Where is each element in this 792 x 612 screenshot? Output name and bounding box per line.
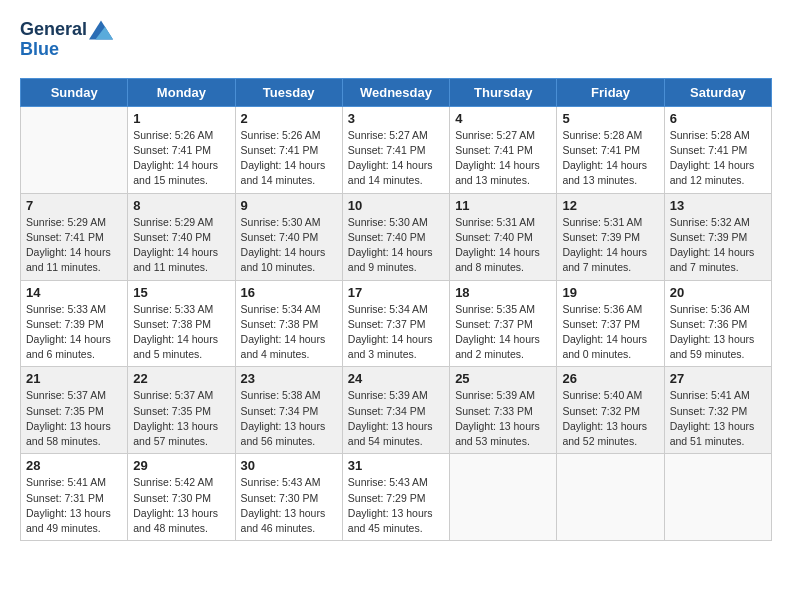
weekday-monday: Monday [128,78,235,106]
logo-icon [89,20,113,40]
day-info: Sunrise: 5:39 AM Sunset: 7:34 PM Dayligh… [348,388,444,449]
day-info: Sunrise: 5:36 AM Sunset: 7:36 PM Dayligh… [670,302,766,363]
day-number: 22 [133,371,229,386]
calendar-cell: 23Sunrise: 5:38 AM Sunset: 7:34 PM Dayli… [235,367,342,454]
calendar-cell: 8Sunrise: 5:29 AM Sunset: 7:40 PM Daylig… [128,193,235,280]
day-info: Sunrise: 5:28 AM Sunset: 7:41 PM Dayligh… [562,128,658,189]
weekday-sunday: Sunday [21,78,128,106]
day-number: 31 [348,458,444,473]
day-number: 19 [562,285,658,300]
calendar-cell: 28Sunrise: 5:41 AM Sunset: 7:31 PM Dayli… [21,454,128,541]
weekday-saturday: Saturday [664,78,771,106]
day-number: 9 [241,198,337,213]
logo: General Blue [20,20,113,60]
calendar-cell: 7Sunrise: 5:29 AM Sunset: 7:41 PM Daylig… [21,193,128,280]
calendar-table: SundayMondayTuesdayWednesdayThursdayFrid… [20,78,772,541]
day-info: Sunrise: 5:43 AM Sunset: 7:29 PM Dayligh… [348,475,444,536]
day-number: 24 [348,371,444,386]
day-number: 3 [348,111,444,126]
day-number: 18 [455,285,551,300]
calendar-cell: 15Sunrise: 5:33 AM Sunset: 7:38 PM Dayli… [128,280,235,367]
calendar-cell: 2Sunrise: 5:26 AM Sunset: 7:41 PM Daylig… [235,106,342,193]
calendar-cell: 30Sunrise: 5:43 AM Sunset: 7:30 PM Dayli… [235,454,342,541]
day-number: 17 [348,285,444,300]
day-info: Sunrise: 5:34 AM Sunset: 7:38 PM Dayligh… [241,302,337,363]
calendar-cell: 6Sunrise: 5:28 AM Sunset: 7:41 PM Daylig… [664,106,771,193]
day-info: Sunrise: 5:32 AM Sunset: 7:39 PM Dayligh… [670,215,766,276]
weekday-wednesday: Wednesday [342,78,449,106]
calendar-cell: 27Sunrise: 5:41 AM Sunset: 7:32 PM Dayli… [664,367,771,454]
day-info: Sunrise: 5:43 AM Sunset: 7:30 PM Dayligh… [241,475,337,536]
calendar-cell: 5Sunrise: 5:28 AM Sunset: 7:41 PM Daylig… [557,106,664,193]
calendar-cell: 22Sunrise: 5:37 AM Sunset: 7:35 PM Dayli… [128,367,235,454]
day-number: 15 [133,285,229,300]
week-row-3: 14Sunrise: 5:33 AM Sunset: 7:39 PM Dayli… [21,280,772,367]
calendar-cell [664,454,771,541]
calendar-cell: 31Sunrise: 5:43 AM Sunset: 7:29 PM Dayli… [342,454,449,541]
calendar-cell: 18Sunrise: 5:35 AM Sunset: 7:37 PM Dayli… [450,280,557,367]
day-number: 28 [26,458,122,473]
day-number: 7 [26,198,122,213]
day-info: Sunrise: 5:28 AM Sunset: 7:41 PM Dayligh… [670,128,766,189]
day-info: Sunrise: 5:26 AM Sunset: 7:41 PM Dayligh… [241,128,337,189]
calendar-cell: 12Sunrise: 5:31 AM Sunset: 7:39 PM Dayli… [557,193,664,280]
weekday-thursday: Thursday [450,78,557,106]
day-number: 2 [241,111,337,126]
day-info: Sunrise: 5:31 AM Sunset: 7:40 PM Dayligh… [455,215,551,276]
day-info: Sunrise: 5:41 AM Sunset: 7:32 PM Dayligh… [670,388,766,449]
day-number: 27 [670,371,766,386]
day-info: Sunrise: 5:39 AM Sunset: 7:33 PM Dayligh… [455,388,551,449]
weekday-header: SundayMondayTuesdayWednesdayThursdayFrid… [21,78,772,106]
day-info: Sunrise: 5:33 AM Sunset: 7:39 PM Dayligh… [26,302,122,363]
day-info: Sunrise: 5:34 AM Sunset: 7:37 PM Dayligh… [348,302,444,363]
day-info: Sunrise: 5:26 AM Sunset: 7:41 PM Dayligh… [133,128,229,189]
calendar-cell: 3Sunrise: 5:27 AM Sunset: 7:41 PM Daylig… [342,106,449,193]
day-info: Sunrise: 5:41 AM Sunset: 7:31 PM Dayligh… [26,475,122,536]
day-number: 30 [241,458,337,473]
day-info: Sunrise: 5:37 AM Sunset: 7:35 PM Dayligh… [26,388,122,449]
calendar-cell [557,454,664,541]
day-number: 10 [348,198,444,213]
calendar-cell: 21Sunrise: 5:37 AM Sunset: 7:35 PM Dayli… [21,367,128,454]
day-number: 12 [562,198,658,213]
day-number: 26 [562,371,658,386]
day-info: Sunrise: 5:29 AM Sunset: 7:41 PM Dayligh… [26,215,122,276]
calendar-cell: 20Sunrise: 5:36 AM Sunset: 7:36 PM Dayli… [664,280,771,367]
day-number: 4 [455,111,551,126]
day-info: Sunrise: 5:27 AM Sunset: 7:41 PM Dayligh… [348,128,444,189]
day-info: Sunrise: 5:35 AM Sunset: 7:37 PM Dayligh… [455,302,551,363]
day-number: 29 [133,458,229,473]
calendar-cell: 19Sunrise: 5:36 AM Sunset: 7:37 PM Dayli… [557,280,664,367]
day-info: Sunrise: 5:38 AM Sunset: 7:34 PM Dayligh… [241,388,337,449]
day-info: Sunrise: 5:42 AM Sunset: 7:30 PM Dayligh… [133,475,229,536]
calendar-cell: 29Sunrise: 5:42 AM Sunset: 7:30 PM Dayli… [128,454,235,541]
calendar-cell: 1Sunrise: 5:26 AM Sunset: 7:41 PM Daylig… [128,106,235,193]
day-info: Sunrise: 5:30 AM Sunset: 7:40 PM Dayligh… [241,215,337,276]
logo-general: General [20,20,87,40]
weekday-tuesday: Tuesday [235,78,342,106]
day-info: Sunrise: 5:27 AM Sunset: 7:41 PM Dayligh… [455,128,551,189]
day-info: Sunrise: 5:40 AM Sunset: 7:32 PM Dayligh… [562,388,658,449]
calendar-cell: 26Sunrise: 5:40 AM Sunset: 7:32 PM Dayli… [557,367,664,454]
calendar-cell: 16Sunrise: 5:34 AM Sunset: 7:38 PM Dayli… [235,280,342,367]
day-number: 20 [670,285,766,300]
calendar-cell: 14Sunrise: 5:33 AM Sunset: 7:39 PM Dayli… [21,280,128,367]
day-number: 1 [133,111,229,126]
week-row-4: 21Sunrise: 5:37 AM Sunset: 7:35 PM Dayli… [21,367,772,454]
calendar-cell: 25Sunrise: 5:39 AM Sunset: 7:33 PM Dayli… [450,367,557,454]
day-info: Sunrise: 5:30 AM Sunset: 7:40 PM Dayligh… [348,215,444,276]
calendar-cell: 9Sunrise: 5:30 AM Sunset: 7:40 PM Daylig… [235,193,342,280]
day-number: 14 [26,285,122,300]
day-info: Sunrise: 5:31 AM Sunset: 7:39 PM Dayligh… [562,215,658,276]
weekday-friday: Friday [557,78,664,106]
day-number: 8 [133,198,229,213]
calendar-cell: 24Sunrise: 5:39 AM Sunset: 7:34 PM Dayli… [342,367,449,454]
logo-blue: Blue [20,40,113,60]
day-number: 13 [670,198,766,213]
calendar-cell: 11Sunrise: 5:31 AM Sunset: 7:40 PM Dayli… [450,193,557,280]
day-number: 16 [241,285,337,300]
day-info: Sunrise: 5:33 AM Sunset: 7:38 PM Dayligh… [133,302,229,363]
calendar-cell: 17Sunrise: 5:34 AM Sunset: 7:37 PM Dayli… [342,280,449,367]
day-number: 21 [26,371,122,386]
day-number: 11 [455,198,551,213]
